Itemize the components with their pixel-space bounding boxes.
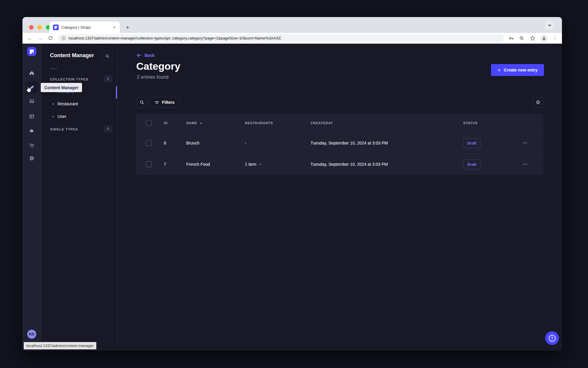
back-nav-icon[interactable]: ← xyxy=(25,35,35,41)
collection-types-label: COLLECTION TYPES xyxy=(50,77,89,81)
cell-restaurants: - xyxy=(245,141,310,145)
cell-createdat: Tuesday, September 10, 2024 at 3:03 PM xyxy=(310,162,463,167)
create-new-entry-button[interactable]: + Create new entry xyxy=(491,64,544,76)
column-header-status[interactable]: STATUS xyxy=(463,121,519,125)
sidebar-bottom-divider xyxy=(22,325,41,325)
minimize-window-button[interactable] xyxy=(37,25,42,30)
bookmark-star-icon[interactable] xyxy=(530,35,536,41)
window-controls xyxy=(29,25,50,30)
table-row[interactable]: 7 French Food 1 item▼ Tuesday, September… xyxy=(136,153,543,175)
url-address-bar[interactable]: localhost:1337/admin/content-manager/col… xyxy=(58,34,504,42)
select-all-checkbox[interactable] xyxy=(146,120,152,126)
password-key-icon[interactable] xyxy=(508,35,514,41)
url-text[interactable]: localhost:1337/admin/content-manager/col… xyxy=(69,36,281,40)
browser-window: Category | Strapi × + ← → localhost:1337… xyxy=(22,17,562,351)
cell-id: 7 xyxy=(164,162,186,167)
cell-restaurants[interactable]: 1 item▼ xyxy=(245,162,310,167)
subnav-divider xyxy=(50,69,57,69)
settings-gear-icon[interactable]: ⚙ xyxy=(29,156,35,162)
tab-title: Category | Strapi xyxy=(61,25,110,30)
content-type-builder-icon[interactable] xyxy=(29,113,35,119)
status-badge: Draft xyxy=(463,138,481,148)
forward-nav-icon[interactable]: → xyxy=(35,35,45,41)
sidebar-divider xyxy=(22,62,41,62)
cloud-icon[interactable] xyxy=(29,128,35,134)
browser-tabstrip: Category | Strapi × + xyxy=(22,17,562,33)
table-header-row: ID NAME▲ RESTAURANTS CREATEDAT STATUS xyxy=(136,114,543,132)
collection-types-count-badge: 3 xyxy=(104,75,112,82)
filters-button[interactable]: Filters xyxy=(150,97,180,108)
main-content: Back Category 2 entries found + Create n… xyxy=(118,44,562,351)
browser-profile-avatar[interactable] xyxy=(540,35,548,42)
browser-menu-icon[interactable]: ⋮ xyxy=(552,35,557,41)
tab-close-icon[interactable]: × xyxy=(113,25,116,30)
row-actions-menu-icon[interactable]: ••• xyxy=(519,142,528,145)
browser-toolbar: ← → localhost:1337/admin/content-manager… xyxy=(22,33,562,44)
column-header-id[interactable]: ID xyxy=(164,121,186,125)
strapi-logo[interactable] xyxy=(27,47,36,56)
back-arrow-icon xyxy=(137,53,142,57)
strapi-favicon xyxy=(53,25,59,30)
new-tab-button[interactable]: + xyxy=(124,24,131,31)
filter-icon xyxy=(155,101,159,104)
page-title: Category xyxy=(136,60,180,72)
entries-table: ID NAME▲ RESTAURANTS CREATEDAT STATUS 8 … xyxy=(136,114,543,175)
column-header-createdat[interactable]: CREATEDAT xyxy=(310,121,463,125)
cell-id: 8 xyxy=(164,141,186,145)
zoom-search-icon[interactable] xyxy=(519,35,525,41)
single-types-label: SINGLE TYPES xyxy=(50,127,78,131)
plus-icon: + xyxy=(498,67,501,73)
question-mark-icon: ? xyxy=(549,335,556,342)
reload-icon[interactable] xyxy=(45,35,55,41)
home-icon[interactable] xyxy=(29,70,35,76)
status-bar-link-preview: localhost:1337/admin/content-manager xyxy=(24,342,96,349)
sort-ascending-icon[interactable]: ▲ xyxy=(200,122,203,124)
help-button[interactable]: ? xyxy=(545,331,559,345)
cell-createdat: Tuesday, September 10, 2024 at 3:03 PM xyxy=(310,141,463,145)
status-badge: Draft xyxy=(463,159,481,169)
page-info-icon[interactable] xyxy=(61,36,66,40)
entries-count: 2 entries found xyxy=(137,74,169,80)
row-checkbox[interactable] xyxy=(146,140,152,146)
subnav-item-restaurant[interactable]: Restaurant xyxy=(52,101,78,106)
hand-cursor xyxy=(25,85,32,94)
back-link[interactable]: Back xyxy=(137,53,154,58)
tab-search-chevron-icon[interactable] xyxy=(545,21,554,30)
bullet-icon xyxy=(52,103,54,105)
bullet-icon xyxy=(52,116,54,117)
subnav-item-user[interactable]: User xyxy=(52,114,66,119)
cell-name: French Food xyxy=(186,162,245,167)
nav-tooltip: Content Manager xyxy=(41,83,82,92)
subnav-search-button[interactable] xyxy=(102,51,113,61)
row-actions-menu-icon[interactable]: ••• xyxy=(519,163,528,166)
media-library-icon[interactable] xyxy=(29,98,35,104)
row-checkbox[interactable] xyxy=(146,161,152,167)
expand-caret-icon[interactable]: ▼ xyxy=(259,163,261,166)
single-types-count-badge: 0 xyxy=(104,125,112,132)
subnav-scrollbar-thumb[interactable] xyxy=(116,86,117,99)
cell-name: Brunch xyxy=(186,141,245,145)
table-search-button[interactable] xyxy=(137,97,147,108)
table-settings-gear-button[interactable]: ⚙ xyxy=(533,97,543,108)
strapi-admin: ⚙ KD Content Manager COLLECTION TYPES 3 … xyxy=(22,44,562,351)
column-header-restaurants[interactable]: RESTAURANTS xyxy=(245,121,310,125)
browser-tab[interactable]: Category | Strapi × xyxy=(49,22,120,33)
table-row[interactable]: 8 Brunch - Tuesday, September 10, 2024 a… xyxy=(136,132,543,153)
subnav-title: Content Manager xyxy=(50,52,94,59)
user-avatar[interactable]: KD xyxy=(27,330,36,339)
close-window-button[interactable] xyxy=(29,25,34,30)
column-header-name[interactable]: NAME▲ xyxy=(186,121,245,125)
marketplace-cart-icon[interactable] xyxy=(29,142,35,148)
